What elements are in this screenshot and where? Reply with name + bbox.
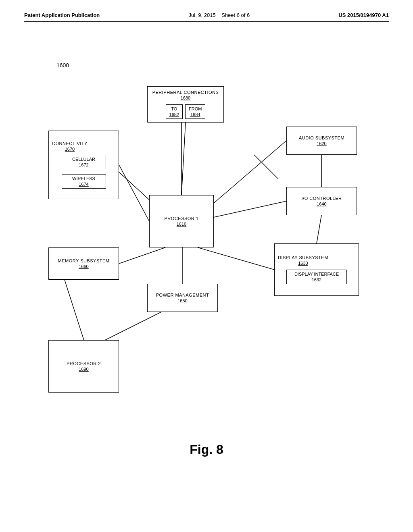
processor2-num: 1690 bbox=[79, 367, 88, 372]
svg-line-12 bbox=[65, 280, 84, 340]
page: Patent Application Publication Jul. 9, 2… bbox=[0, 0, 413, 532]
peripheral-num: 1680 bbox=[181, 96, 190, 100]
io-title: I/O CONTROLLER bbox=[302, 196, 342, 201]
wireless-num: 1674 bbox=[65, 182, 102, 187]
svg-line-4 bbox=[119, 165, 149, 221]
processor2-title: PROCESSOR 2 bbox=[67, 361, 101, 366]
processor1-num: 1610 bbox=[177, 222, 186, 227]
cellular-num: 1672 bbox=[65, 162, 102, 167]
peripheral-from-title: FROM bbox=[189, 106, 202, 111]
peripheral-to-num: 1682 bbox=[169, 112, 179, 117]
display-title: DISPLAY SUBSYSTEM bbox=[278, 255, 328, 260]
peripheral-to-box: TO 1682 bbox=[166, 104, 183, 119]
peripheral-connections-box: PERIPHERAL CONNECTIONS 1680 TO 1682 FROM… bbox=[147, 86, 224, 123]
display-interface-title: DISPLAY INTERFACE bbox=[290, 272, 343, 276]
svg-line-3 bbox=[181, 123, 186, 195]
peripheral-title: PERIPHERAL CONNECTIONS bbox=[152, 90, 219, 95]
display-interface-num: 1632 bbox=[290, 277, 343, 282]
processor1-title: PROCESSOR 1 bbox=[165, 216, 199, 221]
audio-title: AUDIO SUBSYSTEM bbox=[299, 135, 344, 140]
svg-line-5 bbox=[214, 141, 286, 203]
svg-line-2 bbox=[254, 155, 278, 179]
svg-line-8 bbox=[317, 215, 321, 243]
svg-line-6 bbox=[214, 201, 286, 217]
header-right: US 2015/0194970 A1 bbox=[338, 12, 389, 18]
peripheral-from-num: 1684 bbox=[189, 112, 202, 117]
processor2-box: PROCESSOR 2 1690 bbox=[48, 340, 119, 393]
display-interface-box: DISPLAY INTERFACE 1632 bbox=[286, 270, 347, 284]
svg-line-13 bbox=[105, 312, 161, 340]
cellular-title: CELLULAR bbox=[65, 157, 102, 162]
page-header: Patent Application Publication Jul. 9, 2… bbox=[24, 12, 389, 22]
power-title: POWER MANAGEMENT bbox=[156, 293, 209, 297]
io-controller-box: I/O CONTROLLER 1640 bbox=[286, 187, 357, 215]
diagram-area: 1600 PERIPHERAL CONNECTIONS 1680 TO 1682 bbox=[24, 30, 389, 473]
memory-num: 1660 bbox=[79, 264, 88, 269]
peripheral-to-title: TO bbox=[169, 106, 179, 111]
memory-subsystem-box: MEMORY SUBSYSTEM 1660 bbox=[48, 247, 119, 280]
peripheral-from-box: FROM 1684 bbox=[185, 104, 205, 119]
svg-line-11 bbox=[198, 247, 274, 270]
connectivity-box: CONNECTIVITY 1670 CELLULAR 1672 WIRELESS… bbox=[48, 131, 119, 199]
header-center: Jul. 9, 2015 Sheet 6 of 6 bbox=[188, 12, 250, 18]
header-date: Jul. 9, 2015 bbox=[188, 12, 215, 18]
processor1-box: PROCESSOR 1 1610 bbox=[149, 195, 214, 247]
power-management-box: POWER MANAGEMENT 1650 bbox=[147, 284, 218, 312]
header-sheet: Sheet 6 of 6 bbox=[221, 12, 250, 18]
wireless-title: WIRELESS bbox=[65, 176, 102, 181]
connectivity-title: CONNECTIVITY bbox=[52, 141, 88, 146]
power-num: 1650 bbox=[177, 298, 187, 303]
figure-label: Fig. 8 bbox=[190, 442, 223, 457]
header-left: Patent Application Publication bbox=[24, 12, 100, 18]
connectivity-num: 1670 bbox=[52, 147, 88, 152]
display-num: 1630 bbox=[278, 261, 328, 266]
svg-line-9 bbox=[119, 247, 165, 264]
io-num: 1640 bbox=[317, 202, 326, 206]
cellular-box: CELLULAR 1672 bbox=[62, 155, 106, 169]
memory-title: MEMORY SUBSYSTEM bbox=[58, 258, 109, 263]
wireless-box: WIRELESS 1674 bbox=[62, 174, 106, 189]
display-subsystem-box: DISPLAY SUBSYSTEM 1630 DISPLAY INTERFACE… bbox=[274, 243, 359, 296]
audio-num: 1620 bbox=[317, 141, 326, 146]
audio-subsystem-box: AUDIO SUBSYSTEM 1620 bbox=[286, 127, 357, 155]
diagram-id-label: 1600 bbox=[56, 62, 69, 69]
